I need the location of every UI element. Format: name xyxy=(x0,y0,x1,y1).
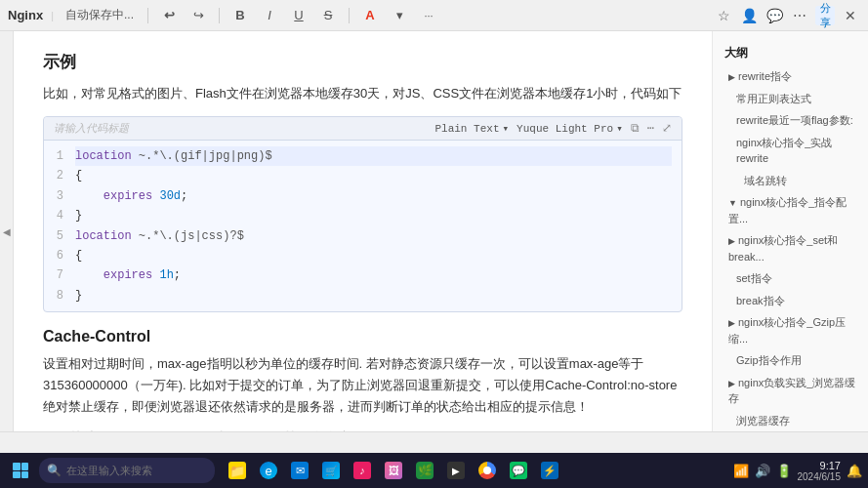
app-name: Nginx xyxy=(8,8,43,22)
taskbar-right: 📶 🔊 🔋 9:17 2024/6/15 🔔 xyxy=(733,460,863,482)
code-line-3: expires 30d; xyxy=(75,186,672,206)
more-format-btn[interactable]: ▾ xyxy=(389,5,410,26)
extra-format-btn[interactable]: ··· xyxy=(418,5,439,26)
code-body: 1 2 3 4 5 6 7 8 location ~.*\.(gif|jpg|p… xyxy=(44,141,682,311)
right-sidebar: 大纲 ▶rewrite指令 常用正则表达式 rewrite最近一项flag参数:… xyxy=(712,31,868,431)
photos-icon: 🖼 xyxy=(385,462,402,479)
code-controls-left: 请输入代码标题 xyxy=(54,121,129,136)
toolbar-undo-btn[interactable]: ↩ xyxy=(158,5,180,26)
color-btn[interactable]: A xyxy=(359,5,381,26)
left-collapse-panel[interactable]: ◀ xyxy=(0,31,14,431)
expand-icon-rewrite: ▶ xyxy=(728,72,735,82)
battery-icon[interactable]: 🔋 xyxy=(776,464,792,478)
sidebar-item-browser-cache[interactable]: ▶nginx负载实践_浏览器缓存 xyxy=(713,372,868,410)
taskbar-app-music[interactable]: ♪ xyxy=(348,456,377,485)
sidebar-item-set-break[interactable]: ▼nginx核心指令_指令配置... xyxy=(713,191,868,229)
windows-logo xyxy=(13,463,28,478)
line-num-4: 4 xyxy=(52,206,63,225)
code-copy-icon[interactable]: ⧉ xyxy=(631,122,640,136)
code-line-7: expires 1h; xyxy=(75,265,672,285)
vscode-icon: ⚡ xyxy=(541,462,558,479)
content-area: 示例 比如，对常见格式的图片、Flash文件在浏览器本地缓存30天，对JS、CS… xyxy=(14,31,712,431)
sidebar-item-gzip-func[interactable]: Gzip指令作用 xyxy=(713,349,868,372)
notification-icon[interactable]: 🔔 xyxy=(847,464,862,478)
cache-control-title: Cache-Control xyxy=(43,328,682,346)
taskbar-app-wechat[interactable]: 💬 xyxy=(504,456,533,485)
taskbar-app-store[interactable]: 🛒 xyxy=(316,456,346,485)
bold-btn[interactable]: B xyxy=(229,5,251,26)
volume-icon[interactable]: 🔊 xyxy=(755,464,770,478)
sidebar-item-set-cmd[interactable]: set指令 xyxy=(713,267,868,290)
code-lang-chevron: ▾ xyxy=(502,122,509,135)
sidebar-outline-heading: 大纲 xyxy=(713,41,868,65)
sidebar-item-browser-cache2[interactable]: 浏览器缓存 xyxy=(713,410,868,432)
code-line-5: location ~.*\.(js|css)?$ xyxy=(75,226,672,246)
yuque-icon: 🌿 xyxy=(416,462,434,479)
strikethrough-btn[interactable]: S xyxy=(317,5,339,26)
taskbar-time[interactable]: 9:17 2024/6/15 xyxy=(798,460,842,482)
sidebar-item-set-break2[interactable]: ▶nginx核心指令_set和break... xyxy=(713,229,868,267)
sidebar-item-domain-redirect[interactable]: 域名跳转 xyxy=(713,170,868,192)
toolbar-redo-btn[interactable]: ↪ xyxy=(187,5,209,26)
example-description: 比如，对常见格式的图片、Flash文件在浏览器本地缓存30天，对JS、CSS文件… xyxy=(43,83,682,104)
sidebar-item-regex[interactable]: 常用正则表达式 xyxy=(713,88,868,110)
star-icon[interactable]: ☆ xyxy=(714,6,733,25)
line-num-3: 3 xyxy=(52,186,63,206)
toolbar-right-group: ☆ 👤 💬 ⋯ 分享 ✕ xyxy=(714,6,860,25)
more-icon[interactable]: ⋯ xyxy=(790,6,809,25)
share-btn[interactable]: 分享 xyxy=(815,6,835,25)
close-icon[interactable]: ✕ xyxy=(841,6,860,25)
taskbar-app-vscode[interactable]: ⚡ xyxy=(535,456,564,485)
code-theme-selector[interactable]: Yuque Light Pro ▾ xyxy=(517,122,623,135)
line-num-6: 6 xyxy=(52,246,63,265)
code-block-header: 请输入代码标题 Plain Text ▾ Yuque Light Pro ▾ ⧉… xyxy=(44,117,682,141)
code-lang-selector[interactable]: Plain Text ▾ xyxy=(434,122,509,135)
chrome-icon xyxy=(478,462,496,479)
files-icon: 📁 xyxy=(228,462,246,479)
toolbar-div1 xyxy=(147,8,148,23)
line-num-1: 1 xyxy=(52,146,63,166)
sidebar-item-break-cmd[interactable]: break指令 xyxy=(713,290,868,312)
code-line-2: { xyxy=(75,166,672,185)
taskbar-app-yuque[interactable]: 🌿 xyxy=(410,456,439,485)
toolbar-sep1: | xyxy=(51,10,54,21)
cmd-icon: ▶ xyxy=(447,462,465,479)
edge-icon: e xyxy=(260,462,277,479)
taskbar-date-display: 2024/6/15 xyxy=(798,471,842,482)
taskbar-app-edge[interactable]: e xyxy=(254,456,283,485)
autosave-indicator: 自动保存中... xyxy=(62,5,138,25)
taskbar-app-cmd[interactable]: ▶ xyxy=(441,456,471,485)
code-more-icon[interactable]: ⋯ xyxy=(647,121,654,136)
taskbar-app-chrome[interactable] xyxy=(473,456,502,485)
italic-btn[interactable]: I xyxy=(259,5,280,26)
underline-btn[interactable]: U xyxy=(288,5,310,26)
sidebar-item-flag[interactable]: rewrite最近一项flag参数: xyxy=(713,109,868,132)
sidebar-item-rewrite-practice[interactable]: nginx核心指令_实战rewrite xyxy=(713,132,868,170)
code-placeholder: 请输入代码标题 xyxy=(54,121,129,136)
code-line-8: } xyxy=(75,286,672,305)
network-icon[interactable]: 📶 xyxy=(733,464,749,478)
code-controls-right: Plain Text ▾ Yuque Light Pro ▾ ⧉ ⋯ ⤢ xyxy=(434,121,672,136)
comment-icon[interactable]: 💬 xyxy=(765,6,784,25)
taskbar-app-photos[interactable]: 🖼 xyxy=(379,456,408,485)
taskbar-app-mail[interactable]: ✉ xyxy=(285,456,314,485)
taskbar-apps: 📁 e ✉ 🛒 ♪ 🖼 🌿 ▶ xyxy=(223,456,564,485)
line-num-5: 5 xyxy=(52,226,63,246)
toolbar-div2 xyxy=(219,8,220,23)
sidebar-item-gzip[interactable]: ▶nginx核心指令_Gzip压缩... xyxy=(713,311,868,349)
taskbar-search-input[interactable] xyxy=(39,458,215,483)
code-theme-chevron: ▾ xyxy=(616,122,623,135)
code-expand-icon[interactable]: ⤢ xyxy=(662,121,672,136)
code-content[interactable]: location ~.*\.(gif|jpg|png)$ { expires 3… xyxy=(71,146,682,305)
sidebar-item-rewrite[interactable]: ▶rewrite指令 xyxy=(713,65,868,88)
code-block: 请输入代码标题 Plain Text ▾ Yuque Light Pro ▾ ⧉… xyxy=(43,116,682,312)
line-numbers: 1 2 3 4 5 6 7 8 xyxy=(44,146,71,305)
code-theme-label: Yuque Light Pro xyxy=(517,123,613,135)
main-area: ◀ 示例 比如，对常见格式的图片、Flash文件在浏览器本地缓存30天，对JS、… xyxy=(0,31,868,431)
cache-control-intro: 设置相对过期时间，max-age指明以秒为单位的缓存时间. 若对静态资源只缓存一… xyxy=(43,353,682,418)
taskbar-app-files[interactable]: 📁 xyxy=(223,456,252,485)
collapse-arrow-icon: ◀ xyxy=(3,226,11,237)
line-num-8: 8 xyxy=(52,286,63,305)
start-button[interactable] xyxy=(6,457,35,484)
share-icon[interactable]: 👤 xyxy=(739,6,759,25)
